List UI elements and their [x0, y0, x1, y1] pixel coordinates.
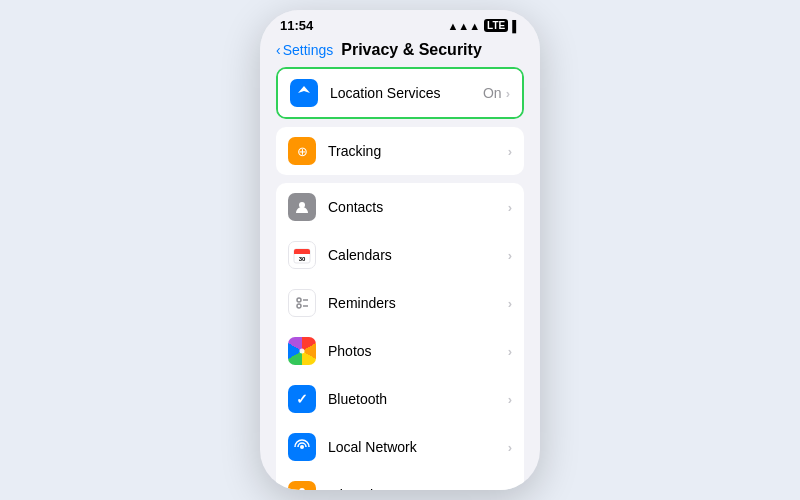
calendars-cell[interactable]: 30 Calendars › — [276, 231, 524, 279]
photos-chevron: › — [508, 344, 512, 359]
tracking-chevron: › — [508, 144, 512, 159]
signal-icon: ▲▲▲ — [447, 20, 480, 32]
content-area: Location Services On › ⊕ Tracking › — [260, 67, 540, 490]
bluetooth-label: Bluetooth — [328, 391, 508, 407]
photos-icon — [288, 337, 316, 365]
photos-label: Photos — [328, 343, 508, 359]
location-services-icon — [290, 79, 318, 107]
contacts-icon — [288, 193, 316, 221]
local-network-chevron: › — [508, 440, 512, 455]
calendars-icon: 30 — [288, 241, 316, 269]
tracking-cell[interactable]: ⊕ Tracking › — [276, 127, 524, 175]
tracking-section: ⊕ Tracking › — [276, 127, 524, 175]
contacts-cell[interactable]: Contacts › — [276, 183, 524, 231]
microphone-chevron: › — [508, 488, 512, 491]
battery-icon: ▌ — [512, 20, 520, 32]
photos-cell[interactable]: Photos › — [276, 327, 524, 375]
reminders-icon — [288, 289, 316, 317]
svg-rect-3 — [294, 252, 310, 254]
calendars-label: Calendars — [328, 247, 508, 263]
svg-rect-11 — [299, 488, 305, 490]
microphone-cell[interactable]: Microphone › — [276, 471, 524, 490]
bluetooth-chevron: › — [508, 392, 512, 407]
tracking-icon: ⊕ — [288, 137, 316, 165]
back-chevron-icon: ‹ — [276, 42, 281, 58]
local-network-label: Local Network — [328, 439, 508, 455]
back-label: Settings — [283, 42, 334, 58]
page-title: Privacy & Security — [341, 41, 482, 59]
phone-frame: 11:54 ▲▲▲ LTE ▌ ‹ Settings Privacy & Sec… — [260, 10, 540, 490]
svg-point-6 — [297, 304, 301, 308]
back-button[interactable]: ‹ Settings — [276, 42, 333, 58]
location-services-chevron: › — [506, 86, 510, 101]
reminders-cell[interactable]: Reminders › — [276, 279, 524, 327]
bluetooth-cell[interactable]: ✓ Bluetooth › — [276, 375, 524, 423]
contacts-chevron: › — [508, 200, 512, 215]
local-network-cell[interactable]: Local Network › — [276, 423, 524, 471]
microphone-label: Microphone — [328, 487, 508, 490]
status-time: 11:54 — [280, 18, 313, 33]
status-icons: ▲▲▲ LTE ▌ — [447, 19, 520, 32]
tracking-label: Tracking — [328, 143, 508, 159]
bluetooth-icon: ✓ — [288, 385, 316, 413]
svg-text:30: 30 — [299, 256, 306, 262]
location-services-label: Location Services — [330, 85, 483, 101]
status-bar: 11:54 ▲▲▲ LTE ▌ — [260, 10, 540, 37]
local-network-icon — [288, 433, 316, 461]
location-services-section: Location Services On › — [276, 67, 524, 119]
svg-point-10 — [300, 445, 304, 449]
svg-point-9 — [300, 349, 305, 354]
reminders-label: Reminders — [328, 295, 508, 311]
location-services-cell[interactable]: Location Services On › — [278, 69, 522, 117]
svg-point-5 — [297, 298, 301, 302]
reminders-chevron: › — [508, 296, 512, 311]
nav-bar: ‹ Settings Privacy & Security — [260, 37, 540, 67]
contacts-label: Contacts — [328, 199, 508, 215]
microphone-icon — [288, 481, 316, 490]
permissions-section: Contacts › 30 Calendars › Reminders › — [276, 183, 524, 490]
location-services-value: On — [483, 85, 502, 101]
lte-badge: LTE — [484, 19, 508, 32]
calendars-chevron: › — [508, 248, 512, 263]
